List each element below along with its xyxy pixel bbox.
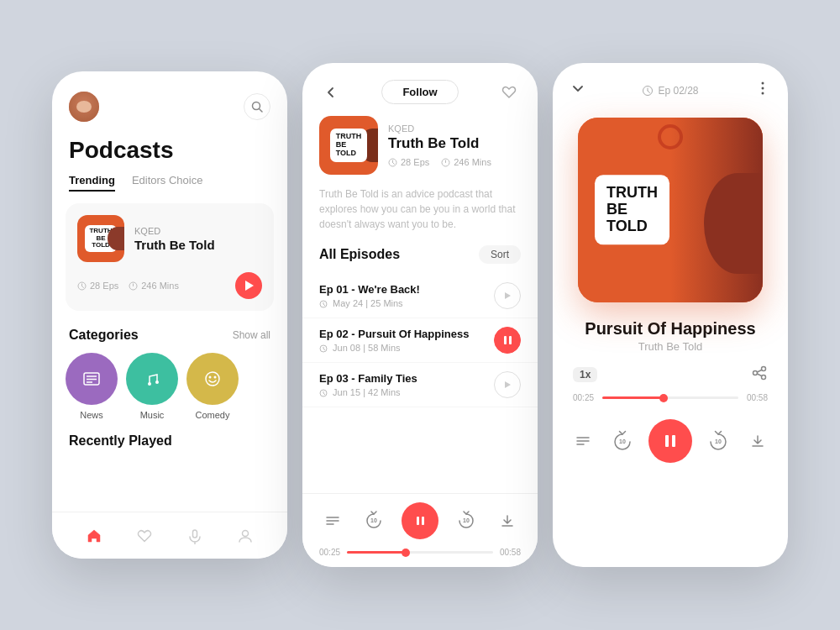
svg-point-14 [209,376,212,379]
ep-count-value: 28 Eps [401,157,429,167]
p3-rewind-button[interactable]: 10 [609,428,636,454]
tab-trending[interactable]: Trending [69,174,115,192]
queue-button[interactable] [319,507,346,534]
sort-button[interactable]: Sort [479,245,521,264]
screens-container: Podcasts Trending Editors Choice TRUTHBE… [52,63,788,567]
svg-text:10: 10 [370,517,377,523]
tab-editors-choice[interactable]: Editors Choice [132,174,203,192]
speed-control[interactable]: 1x [573,367,597,382]
phone2-header: Follow [302,63,538,116]
ep1-meta: May 24 | 25 Mins [319,298,494,308]
episode-item-2: Ep 02 - Pursuit Of Happiness Jun 08 | 58… [302,318,538,363]
episode-item-3: Ep 03 - Family Ties Jun 15 | 42 Mins [302,363,538,407]
player-controls: 10 10 [319,502,521,539]
show-all-button[interactable]: Show all [233,329,270,341]
ep2-play-button[interactable] [494,327,521,354]
svg-line-41 [648,91,650,93]
podcast-details: KQED Truth Be Told 28 Eps 246 Mins [388,123,521,167]
artwork-text: TRUTH BE TOLD [595,175,669,244]
featured-info: KQED Truth Be Told [134,226,262,252]
p3-queue-button[interactable] [570,428,596,454]
featured-label: KQED [134,226,262,236]
nav-home[interactable] [82,524,106,548]
ep3-info: Ep 03 - Family Ties Jun 15 | 42 Mins [319,372,494,397]
ep-badge-text: Ep 02/28 [658,85,698,97]
track-title: Pursuit Of Happiness [570,319,771,339]
category-news[interactable]: News [66,353,118,420]
ep1-info: Ep 01 - We're Back! May 24 | 25 Mins [319,283,494,308]
progress-bar[interactable] [347,551,493,554]
svg-point-43 [761,87,764,90]
svg-text:10: 10 [619,438,626,444]
cat-comedy-icon [186,353,239,405]
podcast-meta: 28 Eps 246 Mins [388,157,521,167]
download-button[interactable] [494,507,521,534]
svg-line-46 [758,374,762,376]
artwork-line2: BE [606,202,658,218]
more-options-button[interactable] [754,80,771,101]
svg-line-32 [323,393,325,395]
svg-point-42 [761,82,764,85]
avatar[interactable] [69,92,99,122]
cat-music-icon [126,353,178,405]
phone3-header: Ep 02/28 [553,63,788,109]
podcast-network-label: KQED [388,123,521,134]
nav-profile[interactable] [234,524,257,548]
player-bar: 10 10 [302,493,538,567]
episodes-header: All Episodes Sort [302,245,538,274]
forward-button[interactable]: 10 [453,507,480,534]
svg-text:10: 10 [715,438,722,444]
share-button[interactable] [751,365,768,385]
mins-count: 246 Mins [441,157,491,167]
phone-2: Follow TRUTHBETOLD KQED Truth Be Told 28… [302,63,538,567]
featured-play-button[interactable] [235,272,262,299]
follow-button[interactable]: Follow [381,80,458,104]
ep3-play-button[interactable] [494,371,521,398]
pause-button[interactable] [402,502,438,539]
svg-line-4 [82,286,84,287]
phone-1: Podcasts Trending Editors Choice TRUTHBE… [52,71,287,559]
ep1-play-button[interactable] [494,282,521,309]
ep1-title: Ep 01 - We're Back! [319,283,494,296]
p3-forward-button[interactable]: 10 [705,428,732,454]
phone1-header [52,71,287,130]
category-music[interactable]: Music [126,353,178,420]
p3-progress-bar[interactable] [602,396,738,399]
p3-progress-section: 00:25 00:58 [553,390,788,416]
chevron-down-icon[interactable] [570,80,586,101]
p3-pause-button[interactable] [648,419,692,463]
cat-comedy-label: Comedy [196,410,230,420]
svg-point-44 [761,92,764,95]
categories-row: News Music [52,353,287,433]
search-button[interactable] [244,93,270,120]
p3-download-button[interactable] [744,428,771,454]
ep3-meta: Jun 15 | 42 Mins [319,387,494,397]
category-comedy[interactable]: Comedy [186,353,239,420]
episodes-title: All Episodes [319,247,400,262]
svg-point-13 [206,372,219,386]
speed-row: 1x [553,356,788,390]
featured-thumb: TRUTHBETOLD [77,215,124,262]
rewind-button[interactable]: 10 [360,507,387,534]
heart-button[interactable] [497,81,521,104]
progress-row: 00:25 00:58 [319,548,521,557]
svg-point-18 [243,530,249,536]
featured-card: TRUTHBETOLD KQED Truth Be Told 28 Eps 24… [66,203,274,311]
mins-value: 246 Mins [141,281,179,291]
p3-time-end: 00:58 [747,393,768,402]
svg-text:10: 10 [463,517,470,523]
recently-played-title: Recently Played [69,433,270,449]
artwork-line1: TRUTH [606,185,658,202]
track-podcast: Truth Be Told [570,340,771,353]
now-playing-title: Pursuit Of Happiness Truth Be Told [553,319,788,356]
cat-news-label: News [80,410,103,420]
page-title: Podcasts [52,130,287,174]
episode-item-1: Ep 01 - We're Back! May 24 | 25 Mins [302,274,538,318]
svg-line-21 [393,162,395,164]
nav-mic[interactable] [183,524,207,548]
back-button[interactable] [319,81,343,104]
nav-favorites[interactable] [133,524,156,548]
mins-tag: 246 Mins [129,281,179,291]
recently-played-section: Recently Played [52,433,287,449]
svg-line-45 [758,370,762,373]
